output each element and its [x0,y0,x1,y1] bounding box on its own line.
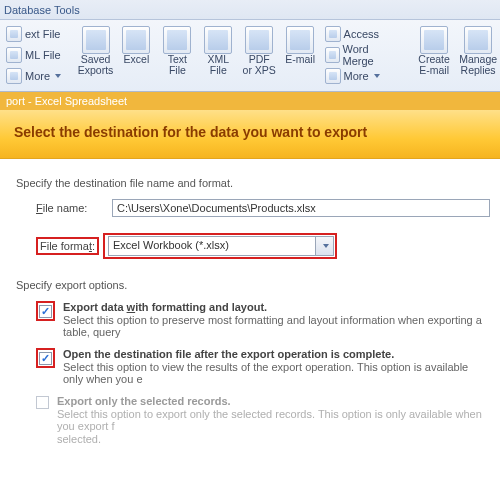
option-export-formatting-desc: Select this option to preserve most form… [63,314,490,338]
export-more[interactable]: More [323,66,382,86]
chevron-down-icon [55,74,61,78]
option-export-formatting: Export data with formatting and layout. … [36,301,490,338]
create-email-button[interactable]: Create E-mail [412,24,456,87]
option-open-after-desc: Select this option to view the results o… [63,361,490,385]
text-file-icon [6,26,22,42]
excel-icon [122,26,150,54]
file-format-combo[interactable]: Excel Workbook (*.xlsx) [108,236,334,256]
more-icon [6,68,22,84]
file-format-value: Excel Workbook (*.xlsx) [109,237,315,255]
export-access[interactable]: Access [323,24,381,44]
option-open-after: Open the destination file after the expo… [36,348,490,385]
export-email-button[interactable]: E-mail [280,24,321,87]
export-text-button[interactable]: Text File [157,24,198,87]
wizard-heading: Select the destination for the data you … [14,124,490,140]
option-selected-only: Export only the selected records. Select… [36,395,490,445]
manage-replies-icon [464,26,492,54]
export-excel-button[interactable]: Excel [116,24,157,87]
export-pdf-button[interactable]: PDF or XPS [239,24,280,87]
email-icon [286,26,314,54]
highlight-box: Excel Workbook (*.xlsx) [103,233,337,259]
option-open-after-title: Open the destination file after the expo… [63,348,490,360]
saved-exports-button[interactable]: Saved Exports [75,24,116,87]
xml-icon [204,26,232,54]
highlight-box: File format: [36,237,99,255]
saved-exports-icon [82,26,110,54]
highlight-box [36,301,55,321]
ribbon-group-export: Saved Exports Excel Text File XML File P… [73,22,406,89]
tab-database-tools[interactable]: Database Tools [4,4,80,16]
text-icon [163,26,191,54]
access-icon [325,26,341,42]
checkbox-open-after[interactable] [39,352,52,365]
specify-destination-label: Specify the destination file name and fo… [16,177,490,189]
file-name-row: File name: [36,199,490,217]
option-selected-only-desc: Select this option to export only the se… [57,408,490,432]
wizard-body: Specify the destination file name and fo… [0,159,500,459]
export-xml-button[interactable]: XML File [198,24,239,87]
combo-dropdown-button[interactable] [315,237,333,255]
option-export-formatting-title: Export data with formatting and layout. [63,301,490,313]
specify-options-label: Specify export options. [16,279,490,291]
word-merge-icon [325,47,340,63]
wizard-titlebar-text: port - Excel Spreadsheet [6,95,127,107]
wizard-header: Select the destination for the data you … [0,110,500,159]
import-more[interactable]: More [4,66,63,86]
option-selected-only-desc2: selected. [57,433,490,445]
ribbon-group-collect: Create E-mail Manage Replies [410,22,500,89]
chevron-down-icon [323,244,329,248]
ribbon-tabs: Database Tools [0,0,500,20]
pdf-icon [245,26,273,54]
export-word-merge[interactable]: Word Merge [323,45,401,65]
ribbon-group-import: ext File ML File More [0,22,69,89]
xml-file-icon [6,47,22,63]
manage-replies-button[interactable]: Manage Replies [456,24,500,87]
chevron-down-icon [374,74,380,78]
import-xml-file[interactable]: ML File [4,45,63,65]
file-format-label: File format: [39,238,96,254]
wizard-titlebar: port - Excel Spreadsheet [0,92,500,110]
more-icon [325,68,341,84]
create-email-icon [420,26,448,54]
highlight-box [36,348,55,368]
import-text-file[interactable]: ext File [4,24,62,44]
checkbox-selected-only [36,396,49,409]
file-name-label: File name: [36,202,112,214]
ribbon: ext File ML File More Saved Exports Exce… [0,20,500,92]
option-selected-only-title: Export only the selected records. [57,395,490,407]
file-format-row: File format: Excel Workbook (*.xlsx) [36,233,490,259]
file-name-input[interactable] [112,199,490,217]
checkbox-export-formatting[interactable] [39,305,52,318]
